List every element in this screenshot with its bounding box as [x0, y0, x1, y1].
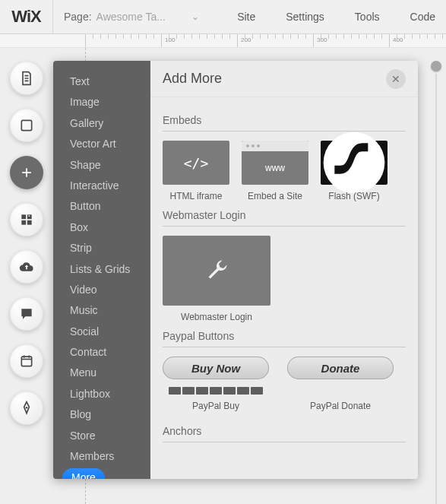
paypal-donate-label: PayPal Donate	[310, 401, 371, 411]
rail-calendar-icon[interactable]	[10, 344, 43, 378]
embed-label: Flash (SWF)	[328, 191, 379, 201]
category-interactive[interactable]: Interactive	[53, 176, 150, 196]
svg-rect-5	[21, 357, 31, 366]
section-anchors-title: Anchors	[163, 425, 406, 442]
category-strip[interactable]: Strip	[53, 238, 150, 258]
menu-code[interactable]: Code	[410, 11, 435, 23]
category-video[interactable]: Video	[53, 280, 150, 300]
rail-add-icon[interactable]	[10, 156, 43, 189]
svg-rect-4	[27, 220, 32, 225]
category-contact[interactable]: Contact	[53, 342, 150, 363]
rail-chat-icon[interactable]	[10, 297, 43, 331]
category-shape[interactable]: Shape	[53, 155, 150, 176]
page-name: Awesome Ta...	[96, 11, 166, 23]
top-bar: WiX Page: Awesome Ta... ⌄ Site Settings …	[0, 0, 446, 34]
category-blog[interactable]: Blog	[53, 404, 150, 425]
category-image[interactable]: Image	[53, 92, 150, 113]
embed-html-iframe[interactable]: </> HTML iframe	[163, 141, 229, 201]
category-social[interactable]: Social	[53, 322, 150, 342]
page-selector[interactable]: Page: Awesome Ta... ⌄	[53, 11, 210, 23]
category-text[interactable]: Text	[53, 71, 150, 92]
menu-tools[interactable]: Tools	[355, 11, 380, 23]
wix-logo: WiX	[0, 0, 53, 34]
section-paypal-title: Paypal Buttons	[163, 330, 406, 347]
wrench-icon	[203, 257, 230, 284]
flash-icon	[321, 141, 387, 185]
code-icon: </>	[163, 141, 229, 185]
category-lists-grids[interactable]: Lists & Grids	[53, 259, 150, 280]
add-panel-header: Add More ✕	[150, 61, 418, 97]
embeds-row: </> HTML iframe www Embed a Site Flash (…	[163, 141, 406, 201]
rail-section-icon[interactable]	[10, 109, 43, 142]
category-box[interactable]: Box	[53, 217, 150, 238]
paypal-buy-label: PayPal Buy	[192, 401, 239, 411]
menu-settings[interactable]: Settings	[286, 11, 324, 23]
category-button[interactable]: Button	[53, 196, 150, 217]
category-lightbox[interactable]: Lightbox	[53, 384, 150, 404]
svg-rect-1	[21, 214, 26, 219]
add-panel-body: Embeds </> HTML iframe www Embed a Site	[150, 97, 418, 479]
embed-label: HTML iframe	[170, 191, 223, 201]
rail-page-icon[interactable]	[10, 62, 43, 95]
embed-site[interactable]: www Embed a Site	[242, 141, 308, 201]
svg-point-7	[324, 132, 385, 194]
category-menu[interactable]: Menu	[53, 363, 150, 383]
buy-now-button[interactable]: Buy Now	[163, 357, 269, 379]
category-vector-art[interactable]: Vector Art	[53, 134, 150, 154]
category-store[interactable]: Store	[53, 426, 150, 446]
paypal-buy[interactable]: Buy Now PayPal Buy	[163, 357, 269, 411]
category-music[interactable]: Music	[53, 300, 150, 321]
webmaster-login-label: Webmaster Login	[163, 312, 270, 322]
donate-button[interactable]: Donate	[287, 357, 394, 379]
left-rail	[0, 48, 53, 425]
page-label: Page:	[64, 11, 92, 23]
webmaster-login-tile[interactable]	[163, 236, 270, 306]
top-menu: Site Settings Tools Code	[237, 11, 446, 23]
category-more[interactable]: More	[62, 468, 105, 479]
chevron-down-icon: ⌄	[191, 11, 199, 22]
card-icons	[169, 387, 263, 395]
browser-icon: www	[242, 141, 308, 185]
rail-pen-icon[interactable]	[10, 391, 43, 425]
scroll-track	[435, 74, 437, 504]
scroll-thumb[interactable]	[431, 61, 441, 71]
section-webmaster-title: Webmaster Login	[163, 209, 406, 227]
menu-site[interactable]: Site	[237, 11, 255, 23]
svg-rect-0	[21, 120, 31, 130]
paypal-donate[interactable]: Donate PayPal Donate	[287, 357, 394, 411]
ruler	[0, 34, 446, 48]
embed-label: Embed a Site	[248, 191, 302, 201]
embed-flash[interactable]: Flash (SWF)	[321, 141, 387, 201]
close-icon[interactable]: ✕	[386, 69, 406, 89]
add-panel: TextImageGalleryVector ArtShapeInteracti…	[53, 61, 418, 479]
svg-rect-3	[21, 220, 26, 225]
category-members[interactable]: Members	[53, 446, 150, 467]
svg-point-6	[26, 407, 28, 409]
category-gallery[interactable]: Gallery	[53, 113, 150, 134]
add-panel-title: Add More	[163, 71, 222, 87]
add-panel-main: Add More ✕ Embeds </> HTML iframe www Em…	[150, 61, 418, 479]
rail-apps-icon[interactable]	[10, 203, 43, 236]
add-panel-categories: TextImageGalleryVector ArtShapeInteracti…	[53, 61, 150, 479]
rail-upload-icon[interactable]	[10, 250, 43, 284]
paypal-row: Buy Now PayPal Buy Donate PayPal Donate	[163, 357, 406, 411]
